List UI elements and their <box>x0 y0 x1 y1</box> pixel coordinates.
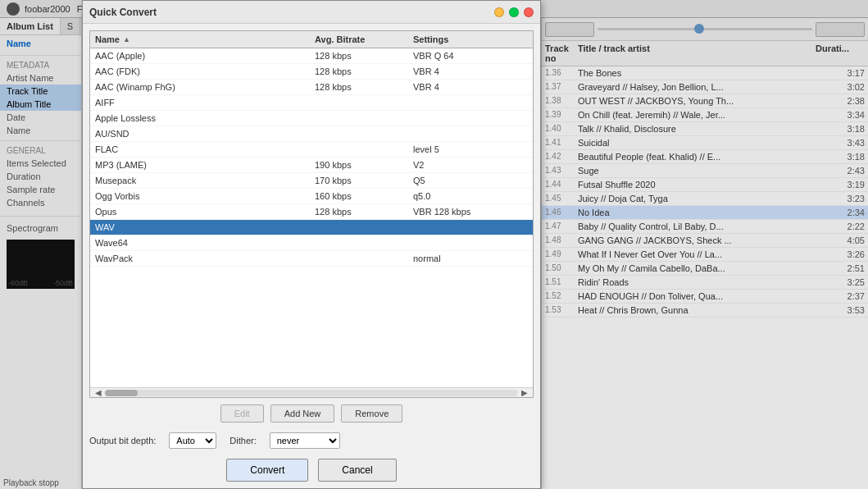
format-bitrate: 190 kbps <box>315 160 413 170</box>
format-bitrate: 128 kbps <box>315 207 413 217</box>
format-row-7[interactable]: MP3 (LAME) 190 kbps V2 <box>90 158 533 173</box>
format-row-8[interactable]: Musepack 170 kbps Q5 <box>90 173 533 189</box>
format-name: AAC (FDK) <box>95 66 315 76</box>
format-table-scrollbar: ◀ ▶ <box>90 387 533 397</box>
format-row-4[interactable]: Apple Lossless <box>90 111 533 126</box>
format-bitrate <box>315 222 413 232</box>
format-name: Ogg Vorbis <box>95 191 315 201</box>
format-name: AU/SND <box>95 129 315 139</box>
format-settings <box>413 222 528 232</box>
format-settings: VBR Q 64 <box>413 51 528 61</box>
format-table-container: Name ▲ Avg. Bitrate Settings AAC (Apple)… <box>89 30 534 398</box>
format-bitrate: 170 kbps <box>315 176 413 185</box>
format-settings <box>413 98 528 107</box>
scrollbar-left-arrow[interactable]: ◀ <box>92 388 105 398</box>
options-row: Output bit depth: Auto16-bit24-bit32-bit… <box>89 432 534 449</box>
format-row-11[interactable]: WAV <box>90 220 533 235</box>
sort-arrow-icon: ▲ <box>123 35 130 43</box>
output-bit-depth-select[interactable]: Auto16-bit24-bit32-bit <box>169 432 216 449</box>
format-name: AIFF <box>95 98 315 107</box>
bottom-buttons: Convert Cancel <box>89 459 534 482</box>
format-name: MP3 (LAME) <box>95 160 315 170</box>
dialog-controls <box>494 7 534 17</box>
dialog-minimize-button[interactable] <box>494 7 504 17</box>
format-row-3[interactable]: AIFF <box>90 95 533 111</box>
format-bitrate <box>315 254 413 263</box>
format-name: Musepack <box>95 176 315 185</box>
format-row-2[interactable]: AAC (Winamp FhG) 128 kbps VBR 4 <box>90 80 533 95</box>
format-name: AAC (Winamp FhG) <box>95 82 315 92</box>
convert-button[interactable]: Convert <box>226 459 308 482</box>
dither-select[interactable]: nevershapedtriangularrectangular <box>270 432 340 449</box>
format-settings: level 5 <box>413 144 528 154</box>
add-new-button[interactable]: Add New <box>270 404 335 423</box>
cancel-button[interactable]: Cancel <box>318 459 396 482</box>
format-bitrate <box>315 144 413 154</box>
format-bitrate: 128 kbps <box>315 82 413 92</box>
dialog-content: Name ▲ Avg. Bitrate Settings AAC (Apple)… <box>83 24 540 488</box>
format-settings: normal <box>413 254 528 263</box>
output-bit-depth-label: Output bit depth: <box>89 436 156 446</box>
format-settings: VBR 128 kbps <box>413 207 528 217</box>
format-settings: q5.0 <box>413 191 528 201</box>
format-table-header: Name ▲ Avg. Bitrate Settings <box>90 31 533 48</box>
format-name: Apple Lossless <box>95 113 315 123</box>
format-row-1[interactable]: AAC (FDK) 128 kbps VBR 4 <box>90 64 533 80</box>
dither-label: Dither: <box>229 436 256 446</box>
format-name: WAV <box>95 222 315 232</box>
format-settings: VBR 4 <box>413 66 528 76</box>
format-name: Wave64 <box>95 238 315 248</box>
format-row-0[interactable]: AAC (Apple) 128 kbps VBR Q 64 <box>90 48 533 64</box>
scrollbar-right-arrow[interactable]: ▶ <box>518 388 531 398</box>
format-name: AAC (Apple) <box>95 51 315 61</box>
dialog-title: Quick Convert <box>89 7 157 18</box>
format-bitrate: 160 kbps <box>315 191 413 201</box>
format-settings: VBR 4 <box>413 82 528 92</box>
format-row-6[interactable]: FLAC level 5 <box>90 142 533 158</box>
format-row-12[interactable]: Wave64 <box>90 235 533 251</box>
col-bitrate-header: Avg. Bitrate <box>315 34 413 44</box>
format-bitrate: 128 kbps <box>315 66 413 76</box>
dialog-titlebar: Quick Convert <box>83 1 540 24</box>
format-bitrate <box>315 238 413 248</box>
format-settings <box>413 238 528 248</box>
dialog-close-button[interactable] <box>524 7 534 17</box>
quick-convert-dialog: Quick Convert Name ▲ Avg. Bitrate Settin… <box>82 0 541 489</box>
action-buttons: Edit Add New Remove <box>89 404 534 423</box>
dialog-maximize-button[interactable] <box>509 7 519 17</box>
format-row-13[interactable]: WavPack normal <box>90 251 533 267</box>
format-row-10[interactable]: Opus 128 kbps VBR 128 kbps <box>90 204 533 220</box>
format-settings: Q5 <box>413 176 528 185</box>
format-row-5[interactable]: AU/SND <box>90 126 533 142</box>
col-name-header: Name ▲ <box>95 34 315 44</box>
scrollbar-track[interactable] <box>105 390 518 396</box>
scrollbar-thumb <box>105 390 138 396</box>
format-bitrate: 128 kbps <box>315 51 413 61</box>
format-table-body: AAC (Apple) 128 kbps VBR Q 64 AAC (FDK) … <box>90 48 533 387</box>
edit-button[interactable]: Edit <box>220 404 264 423</box>
format-name: Opus <box>95 207 315 217</box>
format-settings <box>413 113 528 123</box>
remove-button[interactable]: Remove <box>341 404 402 423</box>
format-name: FLAC <box>95 144 315 154</box>
format-bitrate <box>315 129 413 139</box>
format-row-9[interactable]: Ogg Vorbis 160 kbps q5.0 <box>90 189 533 204</box>
format-bitrate <box>315 113 413 123</box>
format-bitrate <box>315 98 413 107</box>
col-settings-header: Settings <box>413 34 528 44</box>
format-settings <box>413 129 528 139</box>
format-name: WavPack <box>95 254 315 263</box>
format-settings: V2 <box>413 160 528 170</box>
